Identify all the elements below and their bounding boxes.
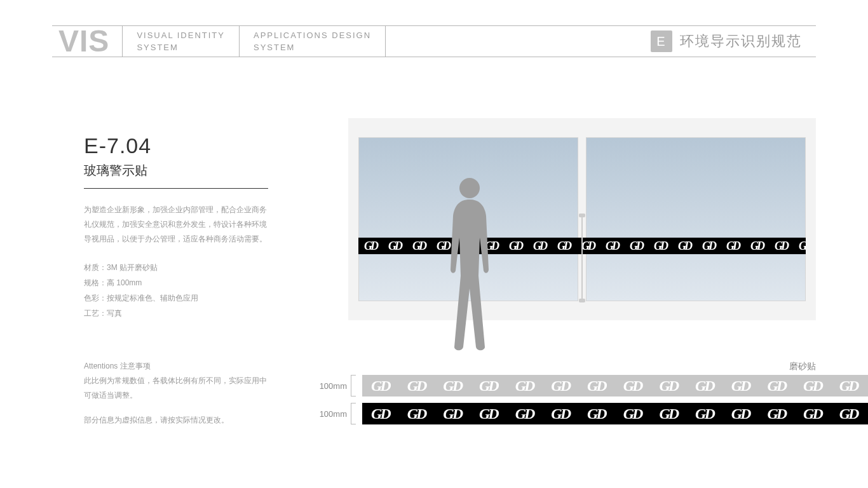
logo-glyph-icon: GD xyxy=(551,405,569,423)
header-col-applications: APPLICATIONS DESIGN SYSTEM xyxy=(240,26,386,57)
logo-glyph-icon: GD xyxy=(678,240,691,253)
dimension-bracket-icon xyxy=(351,403,356,424)
spec-line: 工艺：写真 xyxy=(84,309,122,318)
logo-glyph-icon: GD xyxy=(388,240,401,253)
person-silhouette-icon xyxy=(431,174,508,352)
section-badge: E xyxy=(651,30,672,52)
sample-row-black: 100mm GDGDGDGDGDGDGDGDGDGDGDGDGDGDGDGDGD… xyxy=(311,403,868,424)
frosted-label: 磨砂贴 xyxy=(789,361,816,372)
logo-glyph-icon: GD xyxy=(695,377,714,395)
logo-glyph-icon: GD xyxy=(659,405,677,423)
header-col-visual-identity: VISUAL IDENTITY SYSTEM xyxy=(123,26,240,57)
logo-glyph-icon: GD xyxy=(364,240,377,253)
logo-glyph-icon: GD xyxy=(407,377,426,395)
sample-strips: 磨砂贴 100mm GDGDGDGDGDGDGDGDGDGDGDGDGDGDGD… xyxy=(311,356,868,424)
logo-glyph-icon: GD xyxy=(726,240,739,253)
logo-glyph-icon: GD xyxy=(443,405,461,423)
section-title: 环境导示识别规范 xyxy=(680,32,802,51)
logo-glyph-icon: GD xyxy=(623,377,642,395)
header-line: SYSTEM xyxy=(254,41,295,54)
spec-list: 材质：3M 贴开磨砂贴 规格：高 100mm 色彩：按规定标准色、辅助色应用 工… xyxy=(84,260,268,321)
svg-point-0 xyxy=(459,178,480,198)
logo-glyph-icon: GD xyxy=(371,377,390,395)
brand-mark: VIS xyxy=(52,26,123,57)
logo-glyph-icon: GD xyxy=(623,405,642,423)
logo-glyph-icon: GD xyxy=(587,377,606,395)
logo-glyph-icon: GD xyxy=(581,240,594,253)
logo-glyph-icon: GD xyxy=(767,377,785,395)
attentions: Attentions 注意事项 此比例为常规数值，各载体比例有所不同，实际应用中… xyxy=(84,359,268,402)
door-handle-icon xyxy=(581,214,583,302)
description: 为塑造企业新形象，加强企业内部管理，配合企业商务礼仪规范，加强安全意识和意外发生… xyxy=(84,203,268,246)
logo-glyph-icon: GD xyxy=(407,405,426,423)
glass-door-illustration: GDGDGDGDGDGDGDGDGDGDGDGDGDGDGDGDGDGDGDGD… xyxy=(348,118,816,320)
dimension-bracket-icon xyxy=(351,375,356,396)
sample-row-frosted: 100mm GDGDGDGDGDGDGDGDGDGDGDGDGDGDGDGDGD… xyxy=(311,375,868,396)
header-line: VISUAL IDENTITY xyxy=(137,29,225,42)
attentions-title: Attentions 注意事项 xyxy=(84,362,151,370)
logo-glyph-icon: GD xyxy=(443,377,461,395)
header-line: APPLICATIONS DESIGN xyxy=(254,29,371,42)
info-column: E-7.04 玻璃警示贴 为塑造企业新形象，加强企业内部管理，配合企业商务礼仪规… xyxy=(84,133,268,438)
logo-glyph-icon: GD xyxy=(371,405,390,423)
attentions-body: 此比例为常规数值，各载体比例有所不同，实际应用中可做适当调整。 xyxy=(84,376,267,400)
logo-glyph-icon: GD xyxy=(803,405,822,423)
attentions-note: 部分信息为虚拟信息，请按实际情况更改。 xyxy=(84,413,268,428)
header-spacer xyxy=(386,26,651,57)
glass-pane-right xyxy=(586,137,806,301)
logo-glyph-icon: GD xyxy=(775,240,787,253)
logo-glyph-icon: GD xyxy=(479,377,498,395)
header-line: SYSTEM xyxy=(137,41,178,54)
logo-glyph-icon: GD xyxy=(515,377,534,395)
spec-line: 材质：3M 贴开磨砂贴 xyxy=(84,263,158,272)
strip-black: GDGDGDGDGDGDGDGDGDGDGDGDGDGDGDGDGDGD xyxy=(362,403,868,424)
logo-glyph-icon: GD xyxy=(412,240,425,253)
item-title: 玻璃警示贴 xyxy=(84,162,268,179)
logo-glyph-icon: GD xyxy=(654,240,667,253)
logo-glyph-icon: GD xyxy=(839,377,858,395)
divider xyxy=(84,188,268,189)
logo-glyph-icon: GD xyxy=(509,240,522,253)
header-section-title: E 环境导示识别规范 xyxy=(651,26,816,57)
logo-glyph-icon: GD xyxy=(515,405,534,423)
logo-glyph-icon: GD xyxy=(630,240,642,253)
dimension-label: 100mm xyxy=(311,381,347,391)
dimension-label: 100mm xyxy=(311,409,347,419)
logo-glyph-icon: GD xyxy=(557,240,570,253)
logo-glyph-icon: GD xyxy=(606,240,618,253)
logo-glyph-icon: GD xyxy=(533,240,546,253)
strip-frosted: GDGDGDGDGDGDGDGDGDGDGDGDGDGDGDGDGDGD xyxy=(362,375,868,396)
logo-glyph-icon: GD xyxy=(659,377,677,395)
logo-glyph-icon: GD xyxy=(695,405,714,423)
item-code: E-7.04 xyxy=(84,133,268,158)
logo-glyph-icon: GD xyxy=(551,377,569,395)
spec-line: 色彩：按规定标准色、辅助色应用 xyxy=(84,294,198,302)
logo-glyph-icon: GD xyxy=(767,405,785,423)
logo-glyph-icon: GD xyxy=(702,240,715,253)
logo-glyph-icon: GD xyxy=(587,405,606,423)
logo-glyph-icon: GD xyxy=(479,405,498,423)
page-header: VIS VISUAL IDENTITY SYSTEM APPLICATIONS … xyxy=(52,25,816,57)
logo-glyph-icon: GD xyxy=(731,377,750,395)
logo-glyph-icon: GD xyxy=(803,377,822,395)
logo-glyph-icon: GD xyxy=(731,405,750,423)
logo-glyph-icon: GD xyxy=(799,240,806,253)
logo-glyph-icon: GD xyxy=(839,405,858,423)
spec-line: 规格：高 100mm xyxy=(84,278,142,287)
logo-glyph-icon: GD xyxy=(750,240,763,253)
